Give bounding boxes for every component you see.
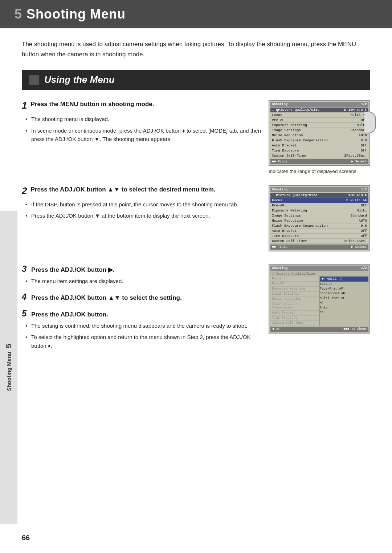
screen-3-menu-list: Focus Pre-AF Exposure Metering Image Set… — [270, 276, 320, 326]
sidebar-chapter-label: Shooting Menu — [6, 352, 12, 391]
step-4-title: 4 Press the ADJ./OK button ▲▼ to select … — [22, 292, 261, 302]
screen-2-row-time: Time ExposureOff — [270, 234, 368, 239]
step-3-title: 3 Press the ADJ./OK button ▶. — [22, 264, 261, 274]
section-header: Using the Menu — [22, 70, 370, 90]
option-multi-tret: Multi-tret AF — [320, 296, 369, 301]
camera-screen-3: Shooting 1/2 □ Picture Quality/Size Focu… — [269, 264, 370, 334]
screen-2-row-flash: Flash Exposure Compensation0.0 — [270, 223, 368, 229]
step-1-title: 1 Press the MENU button in shooting mode… — [22, 100, 261, 111]
step-2: 2 Press the ADJ./OK button ▲▼ to select … — [22, 185, 370, 254]
option-spot-af: Spot AF — [320, 282, 369, 287]
screen-1-row-focus: FocusMulti AF — [270, 113, 368, 118]
screen-2-row-image: Image SettingsStandard — [270, 213, 368, 218]
option-multi-af: ◄• Multi AF — [320, 276, 369, 282]
step-2-number: 2 — [22, 185, 27, 197]
step-4: 4 Press the ADJ./OK button ▲▼ to select … — [22, 292, 261, 302]
step-2-title: 2 Press the ADJ./OK button ▲▼ to select … — [22, 185, 261, 197]
step-2-bullet-2: Press the ADJ./OK button ▼ at the bottom… — [25, 211, 261, 220]
step-2-screen: Shooting 1/2 □ Picture Quality/Size 10M … — [269, 185, 370, 254]
step-2-bullet-1: If the DISP. button is pressed at this p… — [25, 200, 261, 209]
screen-1-caption: Indicates the range of displayed screens… — [269, 168, 370, 175]
chapter-number: 5 — [15, 7, 22, 21]
screen-3-options: ◄• Multi AF Spot AF Face-Pri. AF Continu… — [320, 276, 369, 326]
section-icon — [29, 75, 39, 85]
section-title: Using the Menu — [44, 74, 115, 85]
camera-screen-1: Shooting 1/2 □ QPicture Quality/Size D 1… — [269, 100, 370, 166]
chapter-title: Shooting Menu — [26, 7, 126, 21]
screen-1-row-bracket: Auto BracketOff — [270, 143, 368, 148]
screen-3-top: □ Picture Quality/Size — [270, 271, 368, 276]
screen-3-footer: ◄ Ok ■■■ To Shoot — [270, 327, 368, 332]
step-4-number: 4 — [22, 292, 26, 302]
screen-2-row-focus: FocusD Multi AF — [270, 198, 368, 203]
option-continuous: Continuous AF — [320, 291, 369, 296]
option-oo: oo — [320, 310, 369, 315]
screen-2-row-bracket: Auto BracketOff — [270, 229, 368, 234]
step-1-number: 1 — [22, 100, 27, 111]
screen-2-header: Shooting 1/2 — [270, 187, 368, 192]
screen-1-row-image: Image SettingsStandard — [270, 128, 368, 133]
step-5-title: 5 Press the ADJ./OK button. — [22, 308, 261, 319]
option-mf: MF — [320, 301, 369, 306]
step-1: 1 Press the MENU button in shooting mode… — [22, 100, 370, 175]
screen-1-footer: ■■ Finish ► Select — [270, 159, 368, 164]
step-1-bullet-1: The shooting menu is displayed. — [25, 115, 261, 123]
screen-1-row-time: Time ExposureOff — [270, 148, 368, 153]
screen-2-top-row: □ Picture Quality/Size 10M 4:3 F — [270, 193, 368, 198]
step-2-bullets: If the DISP. button is pressed at this p… — [25, 200, 261, 220]
step-3: 3 Press the ADJ./OK button ▶. The menu i… — [22, 264, 261, 285]
screen-1-header-right: 1/2 — [361, 102, 367, 106]
step-1-screen: Shooting 1/2 □ QPicture Quality/Size D 1… — [269, 100, 370, 175]
page-number: 66 — [22, 534, 30, 542]
screen-2-footer: ■■ Finish ► Select — [270, 245, 368, 250]
screen-1-top-row: □ QPicture Quality/Size D 10M 4:3 F — [270, 108, 368, 113]
main-content: The shooting menu is used to adjust came… — [0, 39, 392, 371]
screen-1-header-left: Shooting — [272, 102, 287, 106]
step-1-bullet-2: In scene mode or continuous mode, press … — [25, 126, 261, 144]
option-face-pri: Face-Pri. AF — [320, 287, 369, 291]
intro-text: The shooting menu is used to adjust came… — [22, 39, 370, 60]
step-5: 5 Press the ADJ./OK button. The setting … — [22, 308, 261, 350]
scroll-indicator — [364, 112, 376, 133]
sidebar: 5 Shooting Menu — [0, 211, 17, 524]
step-1-content: 1 Press the MENU button in shooting mode… — [22, 100, 269, 146]
step-5-number: 5 — [22, 308, 26, 318]
step-1-bullets: The shooting menu is displayed. In scene… — [25, 115, 261, 143]
step-5-bullet-2: To select the highlighted option and ret… — [25, 333, 261, 350]
screen-1-header: Shooting 1/2 — [270, 102, 368, 107]
screen-1-row-timer: Custom Self-Timer2Pics.5Sec. — [270, 153, 368, 158]
steps-lower: 3 Press the ADJ./OK button ▶. The menu i… — [22, 264, 370, 356]
step-5-bullets: The setting is confirmed, the shooting m… — [25, 322, 261, 350]
camera-screen-2: Shooting 1/2 □ Picture Quality/Size 10M … — [269, 185, 370, 251]
screen-1-row-preaf: Pre-AFOff — [270, 118, 368, 123]
screen-2-row-timer: Custom Self-Timer2Pics.5Sec. — [270, 239, 368, 244]
screen-2-row-metering: Exposure MeteringMulti — [270, 208, 368, 213]
step-2-content: 2 Press the ADJ./OK button ▲▼ to select … — [22, 185, 269, 223]
screen-2-row-noise: Noise ReductionAUTO — [270, 218, 368, 223]
step-3-bullet-1: The menu item settings are displayed. — [25, 277, 261, 285]
screen-1-row-metering: Exposure MeteringMulti — [270, 123, 368, 128]
screen-3-body: Focus Pre-AF Exposure Metering Image Set… — [270, 276, 368, 326]
screen-2-row-preaf: Pre-AFOff — [270, 203, 368, 208]
screen-1-row-noise: Noise ReductionAUTO — [270, 133, 368, 138]
option-snap: Snap — [320, 306, 369, 310]
step-5-bullet-1: The setting is confirmed, the shooting m… — [25, 322, 261, 330]
steps-lower-left: 3 Press the ADJ./OK button ▶. The menu i… — [22, 264, 269, 356]
chapter-header: 5Shooting Menu — [0, 0, 392, 28]
step-3-number: 3 — [22, 264, 26, 274]
screen-3-header: Shooting 1/2 — [270, 266, 368, 271]
step-3-screen: Shooting 1/2 □ Picture Quality/Size Focu… — [269, 264, 370, 336]
step-3-bullets: The menu item settings are displayed. — [25, 277, 261, 285]
sidebar-chapter-number: 5 — [4, 344, 13, 348]
screen-1-row-flash: Flash Exposure Compensation0.0 — [270, 138, 368, 143]
